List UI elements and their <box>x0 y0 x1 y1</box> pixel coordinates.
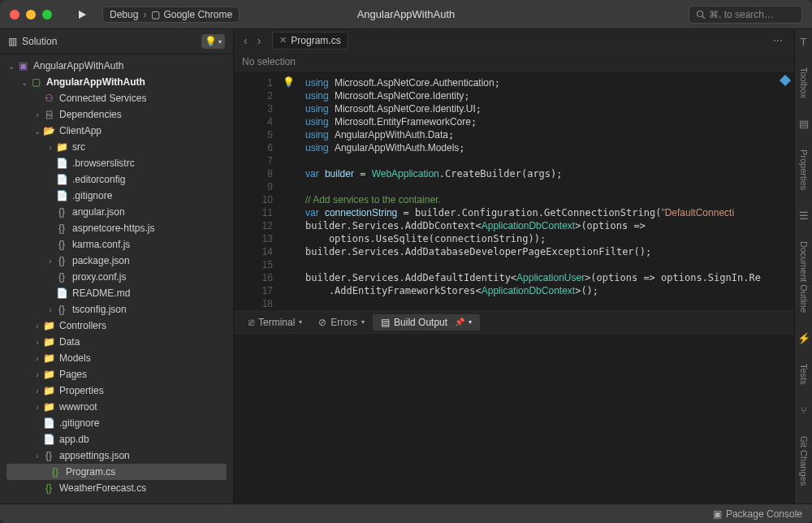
terminal-icon: ⎚ <box>248 317 254 328</box>
package-console-button[interactable]: ▣ Package Console <box>713 508 802 520</box>
tab-label: Terminal <box>258 317 295 328</box>
tree-label: AngularAppWithAuth <box>46 76 145 88</box>
tree-item-file[interactable]: {} angular.json <box>0 204 233 220</box>
debug-target-label: Google Chrome <box>163 9 232 20</box>
file-icon: 📄 <box>55 173 68 186</box>
solution-header-label: Solution <box>22 36 57 47</box>
solution-tree[interactable]: ⌄ ▣ AngularAppWithAuth ⌄ ▢ AngularAppWit… <box>0 54 233 504</box>
document-outline-icon[interactable]: ☰ <box>799 210 809 222</box>
tree-item-connected-services[interactable]: ⚇ Connected Services <box>0 90 233 106</box>
chevron-right-icon: › <box>32 452 42 460</box>
tab-label: Program.cs <box>291 35 340 46</box>
tree-item-folder[interactable]: › 📁 Pages <box>0 366 233 383</box>
toolbox-icon[interactable]: T <box>801 36 807 48</box>
editor-overflow-menu[interactable]: ⋯ <box>767 35 789 46</box>
bottom-panel-tabs: ⎚ Terminal ▾ ⊘ Errors ▾ ▤ Build Output 📌… <box>234 310 794 333</box>
tree-item-dependencies[interactable]: › ⌸ Dependencies <box>0 106 233 123</box>
file-icon: 📄 <box>42 417 55 430</box>
properties-icon[interactable]: ▤ <box>799 118 809 130</box>
tree-item-folder[interactable]: › 📁 Controllers <box>0 318 233 334</box>
tree-item-file[interactable]: 📄 .editorconfig <box>0 171 233 188</box>
tree-solution-root[interactable]: ⌄ ▣ AngularAppWithAuth <box>0 58 233 74</box>
output-panel-body[interactable] <box>234 333 794 504</box>
tree-item-folder[interactable]: › 📁 Models <box>0 350 233 366</box>
tree-label: tsconfig.json <box>72 304 127 315</box>
json-icon: {} <box>55 254 68 267</box>
tests-icon[interactable]: ⚡ <box>797 332 810 344</box>
pin-icon[interactable]: 📌 <box>455 318 464 326</box>
chevron-right-icon: › <box>32 387 42 395</box>
tree-item-file[interactable]: › {} package.json <box>0 253 233 269</box>
folder-icon: 📁 <box>42 335 55 348</box>
tree-item-file[interactable]: {} aspnetcore-https.js <box>0 220 233 236</box>
nav-forward-button[interactable]: › <box>253 32 266 49</box>
tree-item-folder[interactable]: › 📁 wwwroot <box>0 399 233 415</box>
file-icon: 📄 <box>55 157 68 170</box>
tree-item-file[interactable]: 📄 app.db <box>0 431 233 447</box>
rightbar-toolbox[interactable]: Toolbox <box>799 64 809 102</box>
browser-icon: ▢ <box>151 9 160 20</box>
tree-project[interactable]: ⌄ ▢ AngularAppWithAuth <box>0 74 233 90</box>
tree-item-folder[interactable]: › 📁 Properties <box>0 383 233 399</box>
close-window-button[interactable] <box>10 10 19 19</box>
debug-target-selector[interactable]: Debug › ▢ Google Chrome <box>102 6 240 23</box>
code-editor[interactable]: 1234567891011121314151617181920 💡 using … <box>234 71 794 310</box>
chevron-right-icon: › <box>32 110 42 119</box>
tab-build-output[interactable]: ▤ Build Output 📌 ▾ <box>373 314 480 331</box>
tree-item-file[interactable]: 📄 README.md <box>0 285 233 301</box>
tree-item-file[interactable]: {} WeatherForecast.cs <box>0 480 233 496</box>
rightbar-properties[interactable]: Properties <box>799 146 809 193</box>
tree-item-clientapp[interactable]: ⌄ 📂 ClientApp <box>0 123 233 139</box>
csharp-icon: {} <box>49 465 62 478</box>
tree-label: Program.cs <box>66 466 115 478</box>
run-button[interactable] <box>76 9 88 20</box>
chevron-down-icon: ▾ <box>361 318 365 326</box>
folder-icon: 📁 <box>42 319 55 332</box>
breadcrumb-bar[interactable]: No selection <box>234 52 794 71</box>
tree-item-file[interactable]: {} karma.conf.js <box>0 236 233 253</box>
tree-item-file[interactable]: 📄 .gitignore <box>0 188 233 204</box>
tree-label: Models <box>59 352 91 364</box>
close-tab-icon[interactable]: ✕ <box>279 35 287 45</box>
git-icon[interactable]: ⑂ <box>801 404 807 417</box>
folder-icon: 📁 <box>55 140 68 153</box>
global-search-input[interactable]: ⌘. to search… <box>689 6 802 24</box>
rightbar-git-changes[interactable]: Git Changes <box>799 433 809 489</box>
tree-label: angular.json <box>72 206 125 218</box>
code-content[interactable]: using Microsoft.AspNetCore.Authenticatio… <box>279 71 794 310</box>
maximize-window-button[interactable] <box>42 10 52 19</box>
connected-services-icon: ⚇ <box>42 92 55 105</box>
tree-label: Pages <box>59 369 87 380</box>
rightbar-tests[interactable]: Tests <box>799 361 809 388</box>
tab-errors[interactable]: ⊘ Errors ▾ <box>310 314 373 331</box>
json-icon: {} <box>55 303 68 316</box>
lightbulb-button[interactable]: 💡 ▾ <box>201 34 225 49</box>
tab-terminal[interactable]: ⎚ Terminal ▾ <box>240 314 310 331</box>
tree-label: wwwroot <box>59 401 97 413</box>
tree-item-file[interactable]: 📄 .browserslistrc <box>0 155 233 171</box>
editor-tab-program-cs[interactable]: ✕ Program.cs <box>272 32 348 50</box>
chevron-down-icon: ⌄ <box>6 62 16 71</box>
tree-item-file[interactable]: › {} appsettings.json <box>0 447 233 464</box>
tab-label: Build Output <box>394 317 447 328</box>
tree-item-file[interactable]: {} proxy.conf.js <box>0 269 233 285</box>
tree-item-file[interactable]: › {} tsconfig.json <box>0 301 233 318</box>
chevron-down-icon: ▾ <box>218 38 222 45</box>
rightbar-document-outline[interactable]: Document Outline <box>799 238 809 316</box>
tree-item-file[interactable]: 📄 .gitignore <box>0 415 233 431</box>
line-gutter: 1234567891011121314151617181920 <box>234 71 279 310</box>
tree-label: AngularAppWithAuth <box>33 60 123 71</box>
lightbulb-hint-icon[interactable]: 💡 <box>283 76 295 88</box>
tree-item-src[interactable]: › 📁 src <box>0 139 233 155</box>
js-icon: {} <box>55 270 68 283</box>
tree-label: .gitignore <box>72 190 112 201</box>
tree-label: Dependencies <box>59 109 122 120</box>
solution-icon: ▣ <box>16 59 29 72</box>
nav-back-button[interactable]: ‹ <box>239 32 253 49</box>
lightbulb-icon: 💡 <box>205 36 217 47</box>
minimize-window-button[interactable] <box>26 10 36 19</box>
tree-item-program-cs[interactable]: {} Program.cs <box>6 464 227 480</box>
tree-label: README.md <box>72 287 130 299</box>
tree-item-folder[interactable]: › 📁 Data <box>0 334 233 350</box>
folder-icon: 📁 <box>42 384 55 397</box>
